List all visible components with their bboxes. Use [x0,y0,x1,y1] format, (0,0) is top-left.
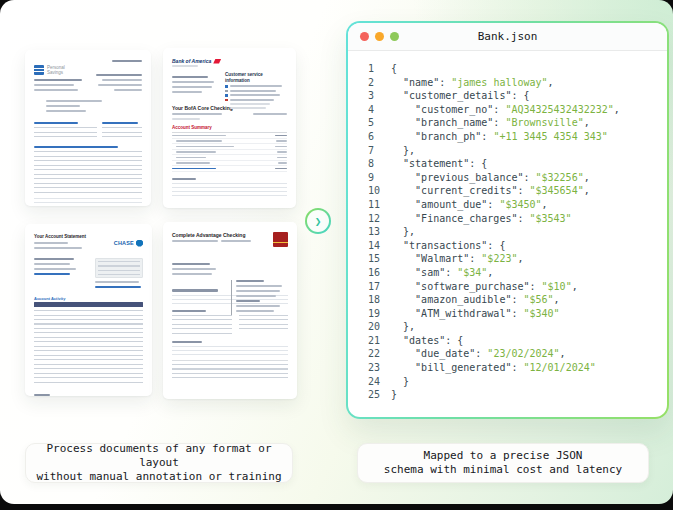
text-line-placeholder [275,146,287,148]
json-window: Bank.json 1{2 "name": "james halloway",3… [346,21,669,419]
chase-section-heading: Account Activity [34,296,143,301]
text-line-placeholder: Customer service information [225,72,287,109]
text-line-placeholder [278,162,287,164]
line-number: 20 [368,320,382,334]
line-number: 3 [368,89,382,103]
text-line-placeholder: "dates": [403,335,451,346]
line-number: 11 [368,198,382,212]
text-line-placeholder [236,295,276,297]
chase-logo-text: CHASE [114,240,134,246]
text-line-placeholder: "+11 3445 4354 343" [493,131,607,142]
chevron-right-icon: ❯ [307,210,329,232]
text-line-placeholder [176,140,222,142]
text-line-placeholder [95,286,141,288]
text-line-placeholder: "$340" [523,308,559,319]
wf-header: Complete Advantage Checking [172,232,288,247]
code-text: { [391,62,397,76]
text-line-placeholder [230,85,282,87]
code-text: } [391,388,397,402]
code-text: "amount_due": "$3450", [391,198,548,212]
text-line-placeholder [172,240,257,242]
text-line-placeholder [172,315,232,335]
text-line-placeholder [34,263,70,265]
wells-fargo-logo [273,232,288,247]
text-line-placeholder: "23/02/2024" [487,348,559,359]
wf-heading: Complete Advantage Checking [172,232,257,238]
text-line-placeholder [34,84,74,86]
window-title: Bank.json [348,30,667,43]
text-line-placeholder: "$34" [457,267,487,278]
line-number: 21 [368,334,382,348]
caption-documents: Process documents of any format or layou… [25,443,293,483]
text-line-placeholder: Bank.json 1{2 "name": "james halloway",3… [348,23,667,417]
text-line-placeholder [95,281,139,283]
code-text: } [391,375,409,389]
code-line: 23 "bill_generated": "12/01/2024" [368,361,657,375]
text-line-placeholder [34,258,143,291]
code-line: 13 }, [368,225,657,239]
code-text: "dates": { [391,334,463,348]
code-line: 15 "Walmart": "$223", [368,252,657,266]
text-line-placeholder [34,127,97,139]
code-line: 16 "sam": "$34", [368,266,657,280]
text-line-placeholder [239,315,288,331]
text-line-placeholder [236,300,260,302]
line-number: 12 [368,212,382,226]
chase-header: Your Account Statement CHASE [34,234,143,252]
amex-brand-line2: Savings [47,70,65,75]
text-line-placeholder [172,310,206,312]
line-number: 15 [368,252,382,266]
text-line-placeholder [172,360,288,361]
code-line: 2 "name": "james halloway", [368,76,657,90]
text-line-placeholder [172,178,196,181]
text-line-placeholder: "current_credits": [415,185,523,196]
code-line: 3 "customer_details": { [368,89,657,103]
code-text: "statement": { [391,157,487,171]
text-line-placeholder [46,105,80,107]
text-line-placeholder [277,151,287,153]
text-line-placeholder [230,90,276,92]
text-line-placeholder [225,99,228,102]
document-card-amex: Personal Savings [25,50,151,206]
code-area: 1{2 "name": "james halloway",3 "customer… [348,51,667,417]
code-text: "Walmart": "$223", [391,252,524,266]
text-line-placeholder: "$10" [542,281,572,292]
line-number: 8 [368,157,382,171]
text-line-placeholder [172,76,208,78]
code-text: "transactions": { [391,239,505,253]
code-line: 12 "Finance_charges": "$3543" [368,212,657,226]
line-number: 10 [368,184,382,198]
text-line-placeholder [172,268,216,270]
code-line: 24 } [368,375,657,389]
text-line-placeholder [230,107,266,109]
text-line-placeholder: "amount_due": [415,199,493,210]
code-line: 8 "statement": { [368,157,657,171]
text-line-placeholder [102,122,142,139]
code-text: "branch_ph": "+11 3445 4354 343" [391,130,608,144]
text-line-placeholder: "sam": [415,267,451,278]
text-line-placeholder [34,394,50,396]
text-line-placeholder: "$223" [481,253,517,264]
text-line-placeholder: "customer_details": [403,90,517,101]
text-line-placeholder [253,113,287,115]
text-line-placeholder [275,135,287,137]
bofa-header: Bank of America [172,58,287,64]
text-line-placeholder [176,162,210,164]
text-line-placeholder [172,263,288,275]
line-number: 6 [368,130,382,144]
window-titlebar: Bank.json [348,23,667,51]
code-line: 20 }, [368,320,657,334]
text-line-placeholder: "amazon_audible": [415,294,517,305]
text-line-placeholder [96,74,142,94]
text-line-placeholder [34,122,78,124]
transform-arrow-button[interactable]: ❯ [305,208,331,234]
text-line-placeholder [172,364,288,380]
text-line-placeholder [225,90,287,93]
code-line: 7 }, [368,144,657,158]
caption-documents-line1: Process documents of any format or layou… [26,442,292,470]
code-text: "previous_balance": "$32256", [391,171,590,185]
text-line-placeholder [114,89,142,91]
text-line-placeholder [231,280,287,315]
code-text: "software_purchase": "$10", [391,280,578,294]
text-line-placeholder: "transactions": [403,240,493,251]
